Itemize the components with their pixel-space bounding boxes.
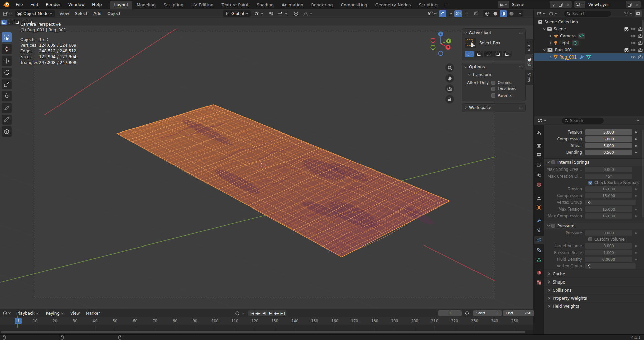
- animate-dot[interactable]: [635, 215, 637, 217]
- expander-down-icon[interactable]: [543, 28, 546, 30]
- hide-eye-toggle[interactable]: [631, 27, 636, 31]
- view-layer-name[interactable]: ViewLayer: [585, 1, 626, 8]
- shading-solid-button[interactable]: [492, 10, 499, 17]
- collapsed-panel-property-weights[interactable]: Property Weights: [544, 294, 644, 302]
- exclude-checkbox[interactable]: [624, 27, 629, 31]
- properties-tab-object-data[interactable]: [534, 256, 544, 264]
- xray-toggle[interactable]: [472, 10, 480, 17]
- shading-dropdown[interactable]: [516, 10, 523, 17]
- properties-tab-physics[interactable]: [534, 236, 544, 244]
- workspace-tab-animation[interactable]: Animation: [278, 1, 307, 9]
- viewport-menu-add[interactable]: Add: [90, 11, 104, 16]
- frame-end-field[interactable]: End 250: [503, 310, 534, 316]
- workspace-tab-geometry-nodes[interactable]: Geometry Nodes: [371, 1, 415, 9]
- select-mode-intersect[interactable]: [503, 51, 512, 57]
- select-mode-subtract[interactable]: [14, 20, 20, 25]
- tab-tool[interactable]: Tool: [525, 55, 533, 69]
- properties-tab-object[interactable]: [534, 203, 544, 212]
- outliner-row-scene-collection[interactable]: Scene Collection: [534, 18, 644, 25]
- property-value-field[interactable]: 0.000: [585, 167, 632, 172]
- navigation-gizmo[interactable]: ZYX: [428, 31, 453, 56]
- expander-down-icon[interactable]: [543, 49, 546, 51]
- tool-cursor[interactable]: [2, 44, 12, 54]
- scene-name[interactable]: Scene: [509, 1, 550, 8]
- new-scene-button[interactable]: [557, 1, 564, 8]
- timeline-track[interactable]: [0, 325, 533, 330]
- previous-keyframe-button[interactable]: ◀◆: [255, 310, 261, 316]
- current-frame-field[interactable]: 1: [438, 310, 462, 316]
- timeline-editor-type-dropdown[interactable]: [2, 310, 12, 317]
- select-box-tool-icon[interactable]: [465, 38, 476, 48]
- shading-rendered-button[interactable]: [508, 10, 515, 17]
- expander-right-icon[interactable]: [550, 56, 552, 59]
- delete-scene-button[interactable]: ×: [564, 1, 572, 8]
- properties-tab-material[interactable]: [534, 269, 544, 277]
- outliner-filter-icon[interactable]: [623, 10, 634, 17]
- collapsed-panel-field-weights[interactable]: Field Weights: [544, 302, 644, 310]
- properties-tab-render[interactable]: [534, 142, 544, 150]
- properties-search-input[interactable]: Search: [562, 118, 604, 124]
- jump-to-start-button[interactable]: ❘◀: [248, 310, 255, 316]
- gizmos-toggle[interactable]: [439, 10, 446, 17]
- properties-tab-world[interactable]: [534, 181, 544, 189]
- menu-file[interactable]: File: [12, 0, 27, 9]
- section-header-internal-springs[interactable]: Internal Springs: [544, 158, 644, 166]
- property-value-field[interactable]: 0.500: [585, 150, 632, 155]
- hide-eye-toggle[interactable]: [631, 55, 636, 59]
- tab-view[interactable]: View: [525, 70, 533, 85]
- tool-annotate[interactable]: [2, 103, 12, 113]
- property-value-field[interactable]: 5.000: [585, 136, 632, 142]
- vertex-group-field[interactable]: [585, 263, 636, 269]
- viewport-menu-select[interactable]: Select: [72, 11, 90, 16]
- add-workspace-button[interactable]: +: [442, 1, 450, 9]
- animate-dot[interactable]: [635, 138, 637, 140]
- expander-right-icon[interactable]: [550, 42, 552, 44]
- properties-editor-type-dropdown[interactable]: [536, 117, 548, 124]
- property-value-field[interactable]: 15.000: [585, 213, 632, 219]
- timeline-playhead[interactable]: [17, 316, 18, 328]
- origins-checkbox[interactable]: [491, 81, 495, 85]
- viewport-menu-object[interactable]: Object: [104, 11, 123, 16]
- transform-subpanel-header[interactable]: Transform: [468, 72, 523, 77]
- transform-orientation-dropdown[interactable]: Global: [223, 10, 251, 17]
- workspace-tab-sculpting[interactable]: Sculpting: [160, 1, 187, 9]
- overlays-dropdown[interactable]: [463, 10, 469, 17]
- new-collection-button[interactable]: [635, 10, 642, 17]
- parents-checkbox[interactable]: [491, 93, 495, 98]
- disable-render-toggle[interactable]: [638, 48, 643, 52]
- animate-dot[interactable]: [635, 195, 637, 197]
- zoom-button[interactable]: [445, 63, 454, 72]
- outliner-row-light[interactable]: Light: [534, 39, 644, 46]
- current-frame-badge[interactable]: 1: [15, 318, 22, 324]
- outliner-row-rug_001[interactable]: Rug_001: [534, 53, 644, 61]
- properties-tab-output[interactable]: [534, 151, 544, 159]
- proportional-editing-icon[interactable]: [292, 10, 300, 17]
- outliner-scrollbar[interactable]: [642, 20, 644, 43]
- tool-transform[interactable]: [2, 91, 12, 101]
- shading-material-preview-button[interactable]: [500, 10, 507, 17]
- exclude-checkbox[interactable]: [624, 48, 629, 52]
- timeline-view-menu[interactable]: View: [67, 311, 83, 316]
- scene-selector[interactable]: Scene ×: [498, 1, 572, 8]
- snap-settings-dropdown[interactable]: [277, 10, 289, 17]
- properties-scrollbar[interactable]: [642, 130, 644, 217]
- select-mode-extend[interactable]: [475, 51, 483, 57]
- tool-select-box[interactable]: [2, 32, 12, 42]
- animate-dot[interactable]: [635, 259, 637, 260]
- show-object-types-dropdown[interactable]: [427, 10, 438, 17]
- outliner-row-scene[interactable]: Scene: [534, 25, 644, 32]
- animate-dot[interactable]: [635, 188, 637, 190]
- view-layer-icon[interactable]: [574, 1, 585, 8]
- properties-tab-collection[interactable]: [534, 194, 544, 202]
- animate-dot[interactable]: [635, 232, 637, 234]
- workspace-tab-rendering[interactable]: Rendering: [307, 1, 337, 9]
- timeline-scrollbar-handle[interactable]: [1, 331, 525, 333]
- select-mode-subtract[interactable]: [484, 51, 493, 57]
- animate-dot[interactable]: [635, 152, 637, 153]
- frame-start-field[interactable]: Start 1: [473, 310, 502, 316]
- properties-tab-constraints[interactable]: [534, 246, 544, 254]
- properties-tab-modifiers[interactable]: [534, 217, 544, 225]
- animate-dot[interactable]: [635, 252, 637, 254]
- options-panel-header[interactable]: Options :::: [464, 65, 523, 69]
- collapsed-panel-cache[interactable]: Cache: [544, 270, 644, 278]
